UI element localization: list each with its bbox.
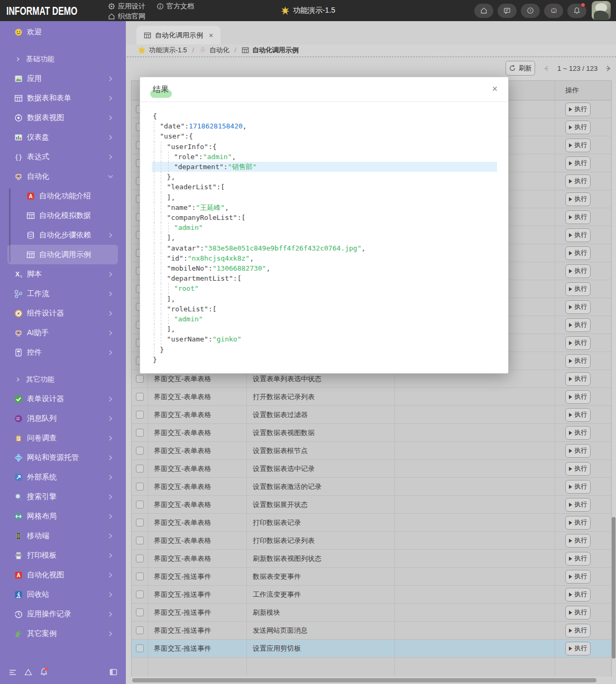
tab-automation-example[interactable]: 自动化调用示例 × <box>136 26 220 44</box>
sidebar-item[interactable]: 外部系统 <box>0 467 126 487</box>
execute-button[interactable]: 执行 <box>565 588 591 602</box>
execute-button[interactable]: 执行 <box>565 138 591 152</box>
modal-close-icon[interactable]: × <box>492 84 498 95</box>
sidebar-item[interactable]: 自动化 <box>0 167 126 186</box>
menu-site[interactable]: 织信官网 <box>108 12 145 21</box>
sidebar-item[interactable]: 问卷调查 <box>0 428 126 448</box>
sidebar-item[interactable]: 工作流 <box>0 284 126 303</box>
sidebar-item[interactable]: 其它案例 <box>0 624 126 643</box>
row-checkbox[interactable] <box>136 483 144 491</box>
next-page-icon[interactable] <box>604 64 612 72</box>
refresh-button[interactable]: 刷新 <box>505 61 535 76</box>
sidebar-item[interactable]: 应用 <box>0 69 126 88</box>
breadcrumb-app[interactable]: 功能演示-1.5 <box>137 46 187 55</box>
row-checkbox[interactable] <box>136 644 144 652</box>
execute-button[interactable]: 执行 <box>565 246 591 260</box>
sidebar-item[interactable]: 移动端 <box>0 526 126 546</box>
execute-button[interactable]: 执行 <box>565 642 591 655</box>
row-checkbox[interactable] <box>136 519 144 526</box>
row-checkbox[interactable] <box>136 626 144 634</box>
panel-toggle-icon[interactable] <box>109 668 117 676</box>
warning-icon[interactable] <box>24 668 32 676</box>
sidebar-item[interactable]: AI助手 <box>0 323 126 343</box>
execute-button[interactable]: 执行 <box>565 156 591 170</box>
execute-button[interactable]: 执行 <box>565 480 591 494</box>
execute-button[interactable]: 执行 <box>565 264 591 278</box>
sidebar-item[interactable]: 网站和资源托管 <box>0 448 126 467</box>
sidebar-item[interactable]: Xs脚本 <box>0 264 126 284</box>
assistant-button[interactable] <box>544 4 563 18</box>
row-checkbox[interactable] <box>136 572 144 580</box>
row-checkbox[interactable] <box>136 501 144 509</box>
table-row[interactable]: 界面交互-表单表格设置数据表激活的记录执行 <box>131 478 612 496</box>
vertical-scrollbar[interactable] <box>612 517 615 659</box>
table-row[interactable]: 界面交互-表单表格设置数据展开状态执行 <box>131 496 612 514</box>
row-checkbox[interactable] <box>136 429 144 437</box>
execute-button[interactable]: 执行 <box>565 192 591 206</box>
execute-button[interactable]: 执行 <box>565 174 591 188</box>
tab-close-icon[interactable]: × <box>209 31 213 40</box>
table-row[interactable]: 界面交互-表单表格打印数据表记录列表执行 <box>131 532 612 550</box>
execute-button[interactable]: 执行 <box>565 121 591 134</box>
sidebar-subitem[interactable]: 自动化调用示例 <box>7 245 118 264</box>
execute-button[interactable]: 执行 <box>565 534 591 548</box>
table-row[interactable]: 界面交互-推送事件工作流变更事件执行 <box>131 586 612 604</box>
sidebar-item[interactable]: 仪表盘 <box>0 127 126 147</box>
table-row[interactable]: 界面交互-表单表格打开数据表记录列表执行 <box>131 388 612 406</box>
sidebar-subitem[interactable]: A自动化功能介绍 <box>0 186 126 206</box>
feedback-button[interactable] <box>498 4 517 18</box>
execute-button[interactable]: 执行 <box>565 210 591 224</box>
sidebar-item[interactable]: 打印模板 <box>0 546 126 565</box>
sidebar-item[interactable]: 组件设计器 <box>0 303 126 323</box>
execute-button[interactable]: 执行 <box>565 552 591 566</box>
execute-button[interactable]: 执行 <box>565 624 591 637</box>
user-avatar[interactable] <box>592 1 611 20</box>
sidebar-item[interactable]: 欢迎 <box>0 22 126 42</box>
table-row[interactable]: 界面交互-表单表格设置数据表过滤器执行 <box>131 406 612 424</box>
execute-button[interactable]: 执行 <box>565 228 591 242</box>
sidebar-group-13[interactable]: 其它功能 <box>0 369 126 389</box>
sidebar-subitem[interactable]: 自动化模拟数据 <box>0 206 126 225</box>
execute-button[interactable]: 执行 <box>565 606 591 620</box>
execute-button[interactable]: 执行 <box>565 426 591 440</box>
execute-button[interactable]: 执行 <box>565 282 591 296</box>
execute-button[interactable]: 执行 <box>565 300 591 314</box>
horizontal-scrollbar[interactable] <box>132 678 596 682</box>
table-row[interactable]: 界面交互-表单表格设置数据表选中记录执行 <box>131 460 612 478</box>
sidebar-item[interactable]: 网格布局 <box>0 506 126 526</box>
execute-button[interactable]: 执行 <box>565 516 591 530</box>
sidebar-subitem[interactable]: 自动化步骤依赖 <box>0 225 126 245</box>
bell-icon[interactable] <box>40 668 48 676</box>
sidebar-item[interactable]: 搜索引擎 <box>0 487 126 506</box>
help-button[interactable]: ? <box>521 4 540 18</box>
sidebar-item[interactable]: 数据表视图 <box>0 108 126 127</box>
execute-button[interactable]: 执行 <box>565 372 591 386</box>
sidebar-item[interactable]: 消息队列 <box>0 409 126 428</box>
execute-button[interactable]: 执行 <box>565 570 591 584</box>
table-row[interactable]: 界面交互-推送事件设置应用剪切板执行 <box>131 640 612 658</box>
sidebar-item[interactable]: 应用操作记录 <box>0 604 126 624</box>
table-row[interactable]: 界面交互-推送事件刷新模块执行 <box>131 604 612 622</box>
table-row[interactable]: 界面交互-表单表格打印数据表记录执行 <box>131 514 612 532</box>
sidebar-item[interactable]: 控件 <box>0 343 126 362</box>
breadcrumb-module[interactable]: 自动化 <box>199 46 229 55</box>
table-row[interactable]: 界面交互-推送事件数据表变更事件执行 <box>131 568 612 586</box>
table-row[interactable]: 界面交互-表单表格设置数据表根节点执行 <box>131 442 612 460</box>
sidebar-item[interactable]: {}表达式 <box>0 147 126 167</box>
table-row[interactable]: 界面交互-表单表格设置数据表视图数据执行 <box>131 424 612 442</box>
execute-button[interactable]: 执行 <box>565 498 591 512</box>
execute-button[interactable]: 执行 <box>565 354 591 368</box>
execute-button[interactable]: 执行 <box>565 444 591 458</box>
table-row[interactable]: 界面交互-推送事件发送网站页面消息执行 <box>131 622 612 640</box>
sidebar-item[interactable]: A自动化视图 <box>0 565 126 585</box>
execute-button[interactable]: 执行 <box>565 336 591 350</box>
home-button[interactable] <box>474 4 493 18</box>
sidebar-item[interactable]: 表单设计器 <box>0 389 126 409</box>
sidebar-group-1[interactable]: 基础功能 <box>0 49 126 69</box>
notifications-button[interactable] <box>567 4 586 18</box>
execute-button[interactable]: 执行 <box>565 462 591 476</box>
row-checkbox[interactable] <box>136 393 144 401</box>
row-checkbox[interactable] <box>136 554 144 562</box>
sidebar-item[interactable]: 数据表和表单 <box>0 88 126 108</box>
menu-docs[interactable]: 官方文档 <box>157 2 194 11</box>
